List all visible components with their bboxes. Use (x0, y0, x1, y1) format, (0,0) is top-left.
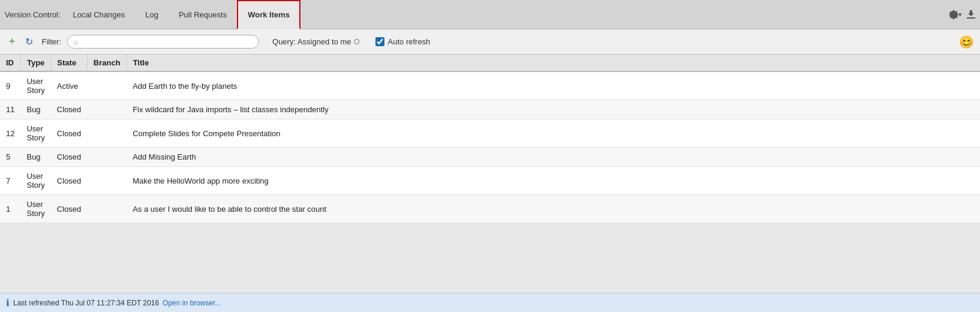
work-items-table: ID Type State Branch Title 9User StoryAc… (0, 55, 980, 223)
search-wrapper: ⌕ (67, 35, 259, 49)
cell-branch (87, 100, 127, 119)
cell-title: Complete Slides for Compete Presentation (127, 119, 980, 148)
auto-refresh-label: Auto refresh (388, 37, 431, 46)
tab-bar: Version Control: Local Changes Log Pull … (0, 0, 980, 29)
table-row[interactable]: 12User StoryClosedComplete Slides for Co… (0, 119, 980, 148)
tab-work-items[interactable]: Work Items (237, 0, 300, 29)
auto-refresh-checkbox[interactable] (375, 37, 384, 46)
query-chevron-icon: ⬡ (354, 38, 360, 46)
cell-type: User Story (20, 71, 50, 100)
col-header-branch: Branch (87, 55, 127, 71)
settings-icon[interactable]: ▾ (949, 10, 962, 19)
table-row[interactable]: 7User StoryClosedMake the HelloWorld app… (0, 167, 980, 195)
cell-branch (87, 195, 127, 223)
cell-branch (87, 167, 127, 195)
col-header-title: Title (127, 55, 980, 71)
cell-branch (87, 119, 127, 148)
cell-type: Bug (20, 148, 50, 167)
open-in-browser-link[interactable]: Open in browser... (163, 299, 221, 307)
cell-state: Closed (51, 148, 87, 167)
tab-pull-requests[interactable]: Pull Requests (169, 0, 237, 29)
cell-type: Bug (20, 100, 50, 119)
cell-branch (87, 71, 127, 100)
cell-type: User Story (20, 195, 50, 223)
cell-title: Fix wildcard for Java imports – list cla… (127, 100, 980, 119)
work-items-table-container: ID Type State Branch Title 9User StoryAc… (0, 55, 980, 223)
cell-title: As a user I would like to be able to con… (127, 195, 980, 223)
search-icon: ⌕ (74, 37, 79, 46)
cell-state: Closed (51, 167, 87, 195)
search-input[interactable] (82, 37, 252, 46)
info-icon: ℹ (6, 298, 10, 308)
table-row[interactable]: 1User StoryClosedAs a user I would like … (0, 195, 980, 223)
cell-id: 11 (0, 100, 20, 119)
cell-id: 1 (0, 195, 20, 223)
cell-title: Add Missing Earth (127, 148, 980, 167)
main-content: + ↻ Filter: ⌕ Query: Assigned to me ⬡ Au… (0, 29, 980, 312)
col-header-state: State (51, 55, 87, 71)
table-row[interactable]: 11BugClosedFix wildcard for Java imports… (0, 100, 980, 119)
cell-state: Closed (51, 100, 87, 119)
col-header-id: ID (0, 55, 20, 71)
cell-state: Closed (51, 195, 87, 223)
col-header-type: Type (20, 55, 50, 71)
cell-id: 7 (0, 167, 20, 195)
status-bar: ℹ Last refreshed Thu Jul 07 11:27:34 EDT… (0, 293, 980, 312)
tab-log[interactable]: Log (135, 0, 169, 29)
table-row[interactable]: 9User StoryActiveAdd Earth to the fly-by… (0, 71, 980, 100)
table-row[interactable]: 5BugClosedAdd Missing Earth (0, 148, 980, 167)
download-icon[interactable] (967, 10, 975, 19)
smiley-icon[interactable]: 😊 (959, 35, 974, 49)
tab-local-changes[interactable]: Local Changes (63, 0, 136, 29)
tab-bar-actions: ▾ (949, 10, 975, 19)
cell-branch (87, 148, 127, 167)
filter-label: Filter: (42, 37, 62, 46)
query-label-text: Query: Assigned to me (272, 37, 351, 46)
cell-id: 9 (0, 71, 20, 100)
cell-state: Active (51, 71, 87, 100)
refresh-button[interactable]: ↻ (22, 34, 36, 49)
auto-refresh-area: Auto refresh (375, 37, 431, 46)
cell-title: Add Earth to the fly-by planets (127, 71, 980, 100)
toolbar: + ↻ Filter: ⌕ Query: Assigned to me ⬡ Au… (0, 29, 980, 55)
cell-state: Closed (51, 119, 87, 148)
status-text: Last refreshed Thu Jul 07 11:27:34 EDT 2… (13, 299, 159, 307)
cell-type: User Story (20, 167, 50, 195)
version-control-label: Version Control: (5, 10, 61, 19)
add-button[interactable]: + (6, 34, 19, 50)
cell-title: Make the HelloWorld app more exciting (127, 167, 980, 195)
cell-id: 12 (0, 119, 20, 148)
cell-type: User Story (20, 119, 50, 148)
table-header-row: ID Type State Branch Title (0, 55, 980, 71)
query-selector[interactable]: Query: Assigned to me ⬡ (272, 37, 360, 46)
cell-id: 5 (0, 148, 20, 167)
